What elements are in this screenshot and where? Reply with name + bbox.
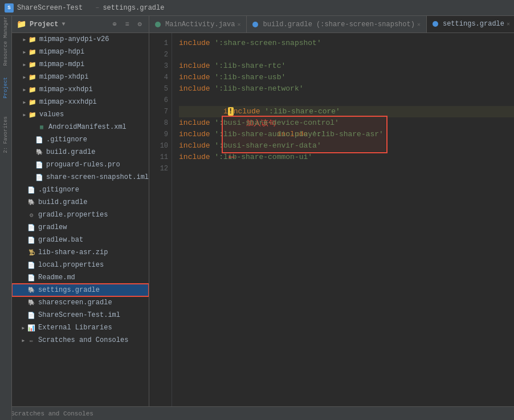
tree-item-mipmap-xhdpi[interactable]: ▶ 📁 mipmap-xhdpi	[12, 71, 149, 83]
code-line-4: include ':lib-share-usb'	[179, 72, 514, 83]
library-icon: 📊	[27, 323, 36, 332]
tab-settings-gradle[interactable]: settings.gradle ✕	[427, 16, 514, 32]
sidebar: 📁 Project ▼ ⊕ ≡ ⚙ ▶ 📁 mipmap-anydpi-v26 …	[12, 16, 149, 420]
bottom-bar: ✏ Scratches and Consoles	[0, 406, 514, 420]
tab-bar: MainActivity.java ✕ build.gradle (:share…	[149, 16, 514, 33]
tree-item-lib-share-asr-zip[interactable]: 🗜 lib-share-asr.zip	[12, 246, 149, 259]
tab-main-activity[interactable]: MainActivity.java ✕	[149, 16, 247, 32]
folder-icon: 📁	[28, 60, 37, 69]
options-icon[interactable]: ⚙	[135, 20, 144, 29]
folder-icon: 📁	[28, 110, 37, 119]
code-line-2	[179, 49, 514, 60]
gradle-file-icon: 🐘	[27, 298, 36, 307]
settings-icon[interactable]: ≡	[123, 20, 132, 29]
bottom-scratches[interactable]: ✏ Scratches and Consoles	[5, 410, 93, 417]
tree-item-mipmap-anydpi[interactable]: ▶ 📁 mipmap-anydpi-v26	[12, 33, 149, 46]
line-numbers: 1 2 3 4 5 6 7 8 9 10 11 12	[149, 33, 172, 420]
tree-item-mipmap-mdpi[interactable]: ▶ 📁 mipmap-mdpi	[12, 58, 149, 71]
code-editor[interactable]: include ':share-screen-snapshot' include…	[172, 33, 514, 420]
project-folder-icon: 📁	[17, 19, 26, 29]
sidebar-header-left: 📁 Project ▼	[17, 19, 65, 29]
tree-item-gradle-properties[interactable]: ⚙ gradle.properties	[12, 209, 149, 221]
properties-file-icon: ⚙	[27, 210, 36, 219]
app-icon: S	[5, 3, 14, 13]
code-line-3: include ':lib-share-rtc'	[179, 60, 514, 72]
gradle-settings-icon: 🐘	[27, 286, 36, 295]
code-line-5: include ':lib-share-network'	[179, 83, 514, 95]
scratches-icon: ✏	[27, 336, 36, 345]
editor-content: 1 2 3 4 5 6 7 8 9 10 11 12 include ':sha…	[149, 33, 514, 420]
code-line-1: include ':share-screen-snapshot'	[179, 38, 514, 49]
tree-item-gitignore-root[interactable]: 📄 .gitignore	[12, 184, 149, 196]
gradle-tab-icon	[252, 22, 258, 27]
file-icon: 📄	[35, 160, 44, 169]
title-bar: S ShareScreen-Test – settings.gradle	[0, 0, 514, 16]
sidebar-header-icons: ⊕ ≡ ⚙	[110, 20, 144, 29]
tree-item-local-properties[interactable]: 📄 local.properties	[12, 259, 149, 271]
code-line-6: i!nclude ':lib-share-core' 加入该句	[179, 95, 514, 106]
tab-build-gradle[interactable]: build.gradle (:share-screen-snapshot) ✕	[247, 16, 426, 32]
tree-item-build-gradle-1[interactable]: 🐘 build.gradle	[12, 146, 149, 158]
tab-close-main-activity[interactable]: ✕	[237, 21, 240, 28]
tree-item-readme[interactable]: 📄 Readme.md	[12, 271, 149, 284]
tree-item-gradlew-bat[interactable]: 📄 gradlew.bat	[12, 234, 149, 246]
code-line-9: include ':lib-share-audio-player'	[179, 129, 514, 140]
project-title: ShareScreen-Test	[17, 4, 83, 12]
tree-item-iml-1[interactable]: 📄 share-screen-snapshot.iml	[12, 171, 149, 184]
tab-close-build-gradle[interactable]: ✕	[417, 21, 421, 28]
sidebar-header: 📁 Project ▼ ⊕ ≡ ⚙	[12, 16, 149, 33]
folder-icon: 📁	[28, 35, 37, 44]
file-icon: 📄	[27, 223, 36, 232]
tab-label-build-gradle: build.gradle (:share-screen-snapshot)	[263, 21, 414, 28]
locate-icon[interactable]: ⊕	[110, 20, 119, 29]
tree-item-external-libraries[interactable]: ▶ 📊 External Libraries	[12, 321, 149, 334]
tree-item-gitignore-1[interactable]: 📄 .gitignore	[12, 133, 149, 146]
tree-item-values[interactable]: ▶ 📁 values	[12, 108, 149, 121]
tree-item-sharescreen-test-iml[interactable]: 📄 ShareScreen-Test.iml	[12, 309, 149, 321]
file-icon: 📄	[35, 173, 44, 182]
folder-icon: 📁	[28, 47, 37, 56]
gradle-file-icon: 🐘	[27, 198, 36, 207]
project-dropdown-icon[interactable]: ▼	[62, 21, 65, 27]
code-line-8: include ':busi-share-device-control'	[179, 117, 514, 129]
iml-file-icon: 📄	[27, 311, 36, 320]
tree-item-scratches[interactable]: ▶ ✏ Scratches and Consoles	[12, 334, 149, 346]
sidebar-item-project[interactable]: Project	[0, 65, 11, 111]
tree-item-gradlew[interactable]: 📄 gradlew	[12, 221, 149, 234]
tab-label-main-activity: MainActivity.java	[165, 21, 235, 28]
code-line-7: include ':lib-share-asr' ⟵	[179, 106, 514, 117]
tree-item-build-gradle-root[interactable]: 🐘 build.gradle	[12, 196, 149, 209]
main-layout: Resource Manager Project 2: Favorites 📁 …	[0, 16, 514, 420]
code-line-11: include ':lib-share-common-ui'	[179, 152, 514, 163]
gradle-file-icon: 🐘	[35, 148, 44, 157]
tree-item-sharescreen-gradle[interactable]: 🐘 sharescreen.gradle	[12, 296, 149, 309]
file-icon: 📄	[27, 185, 36, 194]
tree-item-mipmap-xxhdpi[interactable]: ▶ 📁 mipmap-xxhdpi	[12, 83, 149, 96]
tab-label-settings-gradle: settings.gradle	[443, 20, 504, 28]
tree-item-settings-gradle[interactable]: 🐘 settings.gradle	[12, 284, 149, 296]
file-icon: 📄	[35, 135, 44, 144]
title-separator: –	[95, 4, 99, 12]
code-line-12	[179, 163, 514, 174]
file-title: settings.gradle	[103, 4, 164, 12]
tree-item-mipmap-xxxhdpi[interactable]: ▶ 📁 mipmap-xxxhdpi	[12, 96, 149, 108]
folder-icon: 📁	[28, 97, 37, 107]
tree-item-proguard[interactable]: 📄 proguard-rules.pro	[12, 158, 149, 171]
tree-item-mipmap-hdpi[interactable]: ▶ 📁 mipmap-hdpi	[12, 46, 149, 58]
folder-icon: 📁	[28, 72, 37, 81]
tree-item-androidmanifest[interactable]: ▦ AndroidManifest.xml	[12, 121, 149, 133]
settings-tab-icon	[433, 21, 438, 27]
sidebar-tree: ▶ 📁 mipmap-anydpi-v26 ▶ 📁 mipmap-hdpi ▶ …	[12, 33, 149, 420]
file-icon: 📄	[27, 235, 36, 244]
left-tabs-panel: Resource Manager Project 2: Favorites	[0, 16, 12, 420]
zip-file-icon: 🗜	[27, 248, 36, 257]
sidebar-item-favorites[interactable]: 2: Favorites	[0, 112, 11, 157]
sidebar-item-resource-manager[interactable]: Resource Manager	[0, 18, 11, 64]
folder-icon: 📁	[28, 85, 37, 94]
tab-close-settings-gradle[interactable]: ✕	[507, 21, 510, 27]
sidebar-header-title: Project	[30, 21, 58, 28]
java-tab-icon	[155, 22, 161, 27]
editor-area: MainActivity.java ✕ build.gradle (:share…	[149, 16, 514, 420]
properties-icon: 📄	[27, 260, 36, 270]
scratches-bottom-label: Scratches and Consoles	[11, 410, 93, 417]
